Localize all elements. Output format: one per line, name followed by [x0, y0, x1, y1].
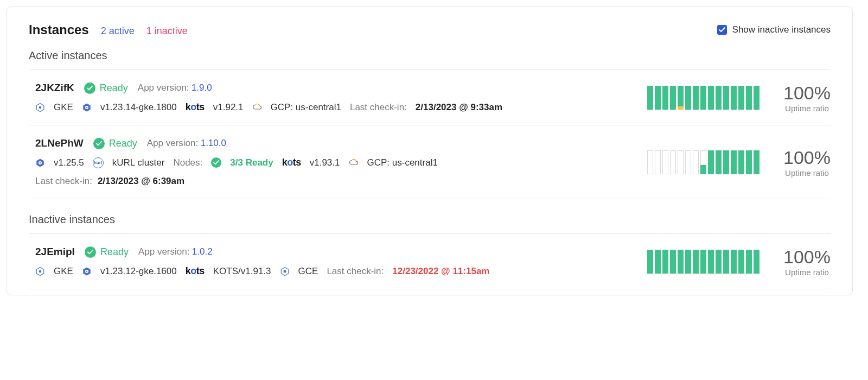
- instance-id: 2LNePhW: [35, 137, 84, 149]
- cloud-region: GCP: us-central1: [367, 157, 438, 168]
- last-checkin-label: Last check-in:: [35, 176, 92, 187]
- instance-row[interactable]: 2JKZifK Ready App version: 1.9.0 GKE: [29, 70, 831, 125]
- svg-point-1: [39, 106, 42, 109]
- status-text: Ready: [100, 83, 128, 94]
- status-text: Ready: [100, 246, 129, 258]
- instances-card: Instances 2 active 1 inactive Show inact…: [7, 7, 853, 295]
- instance-row[interactable]: 2JEmipl Ready App version: 1.0.2 GKE: [29, 234, 831, 289]
- ready-check-icon: [85, 246, 96, 258]
- status-badge: Ready: [93, 138, 137, 149]
- active-count[interactable]: 2 active: [101, 26, 135, 37]
- app-version-value[interactable]: 1.9.0: [192, 83, 212, 93]
- uptime-bars: [647, 250, 760, 274]
- cloud-region: GCE: [298, 266, 318, 277]
- check-icon: [719, 27, 725, 33]
- uptime-ratio-label: Uptime ratio: [783, 268, 831, 277]
- platform: GKE: [54, 266, 73, 277]
- header-row: Instances 2 active 1 inactive Show inact…: [29, 22, 831, 37]
- gcp-cloud-icon: [252, 103, 262, 112]
- k8s-version: v1.23.14-gke.1800: [100, 102, 177, 113]
- instance-body: 2LNePhW Ready App version: 1.10.0 v1.25.…: [35, 137, 626, 187]
- kots-version: v1.92.1: [213, 102, 244, 113]
- last-checkin-value: 12/23/2022 @ 11:15am: [392, 266, 489, 277]
- k8s-wheel-icon: [82, 267, 92, 276]
- ready-check-icon: [93, 138, 105, 149]
- instance-body: 2JEmipl Ready App version: 1.0.2 GKE: [35, 246, 626, 277]
- ready-check-icon: [84, 83, 95, 94]
- uptime-block: 100% Uptime ratio: [647, 83, 831, 113]
- header-left: Instances 2 active 1 inactive: [29, 22, 188, 37]
- kurl-icon: kurl: [93, 157, 104, 168]
- gke-hex-icon: [35, 267, 45, 276]
- gce-hex-icon: [280, 267, 290, 276]
- ready-check-icon: [211, 157, 221, 168]
- show-inactive-checkbox[interactable]: [717, 25, 727, 35]
- kots-logo: kots: [186, 102, 205, 113]
- uptime-ratio-label: Uptime ratio: [783, 168, 831, 178]
- kots-version: v1.93.1: [310, 157, 340, 168]
- uptime-pct: 100%: [783, 246, 831, 268]
- inactive-count[interactable]: 1 inactive: [146, 26, 188, 37]
- show-inactive-label: Show inactive instances: [732, 24, 831, 35]
- uptime-pct: 100%: [783, 83, 831, 104]
- app-version-label: App version:: [138, 246, 190, 257]
- instance-id: 2JKZifK: [35, 82, 74, 94]
- svg-point-9: [39, 270, 42, 273]
- svg-point-12: [86, 270, 87, 271]
- nodes-ready: 3/3 Ready: [230, 157, 273, 168]
- last-checkin-value: 2/13/2023 @ 6:39am: [98, 176, 184, 187]
- platform: GKE: [54, 102, 73, 113]
- uptime-pct: 100%: [783, 147, 831, 168]
- svg-point-7: [40, 162, 41, 163]
- app-version-value[interactable]: 1.0.2: [192, 246, 213, 257]
- k8s-wheel-icon: [35, 158, 45, 168]
- uptime-bars: [647, 86, 760, 110]
- inactive-section-title: Inactive instances: [29, 213, 831, 226]
- instance-body: 2JKZifK Ready App version: 1.9.0 GKE: [35, 82, 626, 113]
- last-checkin-value: 2/13/2023 @ 9:33am: [416, 102, 502, 113]
- app-version-label: App version:: [147, 138, 199, 148]
- active-section-title: Active instances: [29, 49, 831, 62]
- status-badge: Ready: [84, 83, 128, 94]
- status-text: Ready: [109, 138, 137, 149]
- page-title: Instances: [29, 22, 89, 37]
- uptime-ratio-label: Uptime ratio: [783, 104, 831, 113]
- gke-hex-icon: [35, 103, 45, 112]
- instance-id: 2JEmipl: [35, 246, 75, 258]
- svg-point-4: [86, 106, 87, 107]
- last-checkin-label: Last check-in:: [327, 266, 384, 277]
- kots-logo: kots: [186, 265, 205, 277]
- app-version-value[interactable]: 1.10.0: [201, 138, 226, 148]
- uptime-block: 100% Uptime ratio: [647, 147, 831, 178]
- kots-logo: kots: [282, 157, 301, 168]
- svg-rect-14: [283, 270, 286, 273]
- cluster-type: kURL cluster: [112, 157, 165, 168]
- status-badge: Ready: [85, 246, 129, 258]
- uptime-block: 100% Uptime ratio: [647, 246, 831, 277]
- k8s-version: v1.25.5: [54, 157, 84, 168]
- k8s-version: v1.23.12-gke.1600: [100, 266, 177, 277]
- last-checkin-label: Last check-in:: [350, 102, 407, 113]
- uptime-bars: [647, 150, 760, 174]
- kots-version: KOTS/v1.91.3: [213, 266, 271, 277]
- nodes-label: Nodes:: [173, 157, 202, 168]
- gcp-cloud-icon: [349, 158, 359, 168]
- k8s-wheel-icon: [82, 103, 92, 112]
- show-inactive-toggle[interactable]: Show inactive instances: [717, 24, 831, 35]
- cloud-region: GCP: us-central1: [271, 102, 341, 113]
- app-version-label: App version:: [138, 83, 189, 93]
- instance-row[interactable]: 2LNePhW Ready App version: 1.10.0 v1.25.…: [29, 125, 831, 199]
